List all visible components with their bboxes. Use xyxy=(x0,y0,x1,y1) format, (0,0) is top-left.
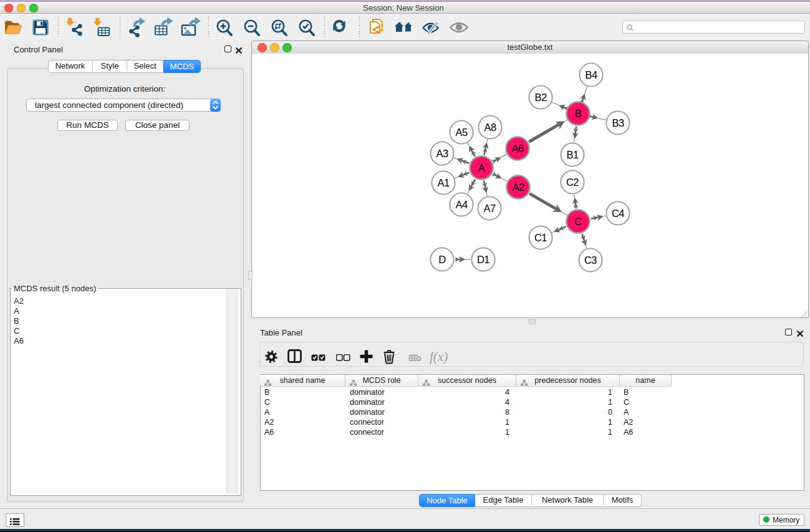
svg-text:C: C xyxy=(574,216,582,227)
svg-text:C3: C3 xyxy=(584,254,597,266)
svg-text:A1: A1 xyxy=(438,177,450,188)
svg-text:C4: C4 xyxy=(612,208,624,219)
svg-text:B3: B3 xyxy=(612,117,624,128)
svg-text:A7: A7 xyxy=(484,203,496,214)
svg-text:A2: A2 xyxy=(513,181,524,193)
svg-text:D: D xyxy=(438,254,446,265)
svg-text:C1: C1 xyxy=(534,232,547,243)
svg-text:A6: A6 xyxy=(512,143,524,154)
svg-text:B1: B1 xyxy=(567,149,579,160)
svg-text:A3: A3 xyxy=(436,148,448,159)
svg-text:A: A xyxy=(478,162,485,173)
svg-text:B4: B4 xyxy=(586,69,597,80)
svg-text:B: B xyxy=(575,108,582,119)
svg-text:A5: A5 xyxy=(456,127,468,138)
svg-text:B2: B2 xyxy=(535,92,547,103)
svg-text:C2: C2 xyxy=(566,177,579,188)
svg-text:A8: A8 xyxy=(485,122,496,133)
svg-text:D1: D1 xyxy=(477,254,489,265)
svg-text:A4: A4 xyxy=(456,199,468,210)
